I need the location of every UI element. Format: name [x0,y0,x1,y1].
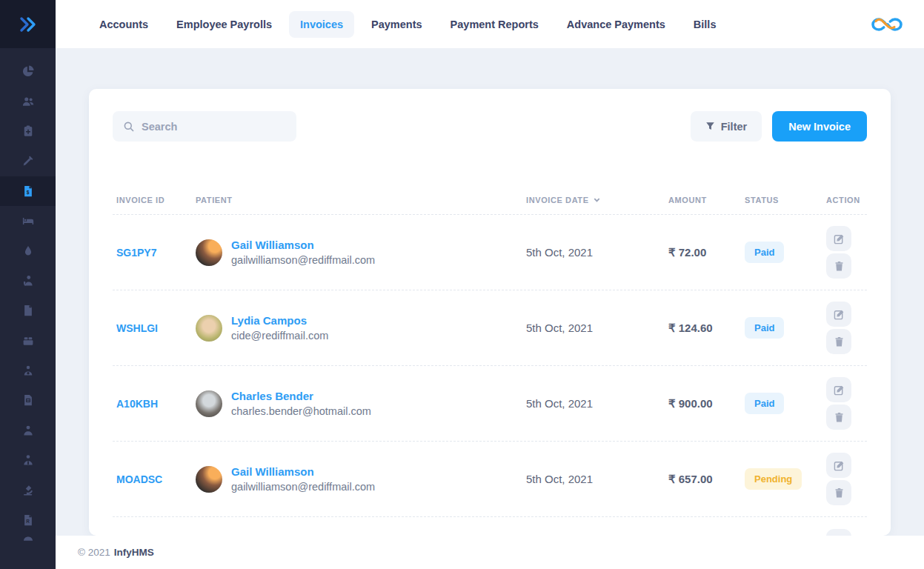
tab-bills[interactable]: Bills [682,11,728,38]
invoice-date: 5th Oct, 2021 [526,397,668,410]
brand-name: InfyHMS [114,547,154,558]
svg-text:R: R [26,519,30,524]
patient-avatar [196,315,222,342]
sidebar-item-blood-drop-icon[interactable] [0,236,56,265]
edit-pencil-icon [834,460,845,471]
card-toolbar: Filter New Invoice [113,89,867,142]
filter-button-label: Filter [721,121,747,133]
double-chevron-right-icon[interactable] [19,16,38,33]
edit-pencil-icon [834,309,845,320]
table-row: MOADSC Gail Williamson gailwilliamson@re… [113,442,867,517]
new-invoice-button[interactable]: New Invoice [772,111,867,142]
delete-button[interactable] [826,405,851,430]
sidebar-item-case-file-icon[interactable] [0,385,56,415]
sidebar-item-patient-badge-icon[interactable] [0,356,56,385]
patient-name-link[interactable]: Lydia Campos [231,314,328,327]
sidebar-item-microscope-icon[interactable] [0,475,56,505]
sidebar-item-clipped-bottom-icon[interactable] [0,535,56,545]
sidebar-item-prescription-file-icon[interactable]: R [0,505,56,535]
delete-button[interactable] [826,329,851,354]
sidebar-item-doctor-icon[interactable] [0,266,56,296]
chevron-down-icon [593,196,601,204]
status-badge: Paid [745,317,784,339]
top-navigation-bar: Accounts Employee Payrolls Invoices Paym… [56,0,924,48]
tab-advance-payments[interactable]: Advance Payments [556,11,677,38]
edit-pencil-icon [834,385,845,396]
patient-name-link[interactable]: Gail Williamson [231,239,375,251]
trash-icon [834,488,845,499]
delete-button[interactable] [826,480,851,505]
invoice-date: 5th Oct, 2021 [526,246,668,259]
sidebar-item-bed-double-icon[interactable] [0,326,56,356]
invoice-date: 5th Oct, 2021 [526,473,668,485]
patient-email: gailwilliamson@rediffmail.com [231,254,375,266]
patient-avatar [196,239,222,266]
tab-payments[interactable]: Payments [360,11,433,38]
table-row: SG1PY7 Gail Williamson gailwilliamson@re… [113,215,867,290]
infinity-logo[interactable] [868,12,905,37]
column-header-amount[interactable]: AMOUNT [668,196,745,204]
trash-icon [834,336,845,347]
invoice-id-link[interactable]: SG1PY7 [116,247,156,259]
tab-employee-payrolls[interactable]: Employee Payrolls [165,11,283,38]
status-badge: Paid [745,393,784,414]
content-area: Filter New Invoice INVOICE ID PATIENT IN… [56,48,924,536]
trash-icon [834,412,845,423]
status-badge: Paid [745,242,784,263]
search-input[interactable] [142,121,286,133]
search-icon [123,121,135,133]
patient-avatar [196,390,222,417]
sidebar-item-person-icon[interactable] [0,416,56,445]
svg-text:$: $ [26,190,29,196]
trash-icon [834,261,845,272]
patient-email: cide@rediffmail.com [231,330,328,342]
sidebar-item-syringe-icon[interactable] [0,146,56,176]
table-row-partial [113,517,867,534]
edit-button[interactable] [826,302,851,327]
edit-button[interactable] [826,529,851,536]
status-badge: Pending [745,468,802,490]
invoice-date: 5th Oct, 2021 [526,322,668,334]
invoice-amount: ₹ 900.00 [668,397,745,410]
sidebar-item-clipboard-plus-icon[interactable] [0,116,56,146]
invoice-id-link[interactable]: WSHLGI [116,322,158,334]
edit-button[interactable] [826,226,851,251]
sidebar-item-patients-icon[interactable] [0,86,56,116]
filter-funnel-icon [705,122,715,131]
sidebar-item-employee-icon[interactable] [0,445,56,475]
patient-email: charles.bender@hotmail.com [231,405,371,417]
tab-payment-reports[interactable]: Payment Reports [439,11,550,38]
column-header-action: ACTION [820,196,867,204]
tab-accounts[interactable]: Accounts [88,11,159,38]
sidebar-item-invoice-file-icon[interactable]: $ [0,176,56,206]
column-header-invoice-date[interactable]: INVOICE DATE [526,196,668,204]
invoice-amount: ₹ 124.60 [668,322,745,335]
main-area: Accounts Employee Payrolls Invoices Paym… [56,0,924,569]
column-header-invoice-id[interactable]: INVOICE ID [113,196,192,204]
sidebar-item-bed-icon[interactable] [0,206,56,236]
filter-button[interactable]: Filter [691,111,762,142]
copyright-text: © 2021 [78,547,110,558]
patient-email: gailwilliamson@rediffmail.com [231,481,375,493]
invoice-id-link[interactable]: A10KBH [116,398,158,410]
tab-invoices[interactable]: Invoices [289,11,354,38]
column-header-status[interactable]: STATUS [745,196,820,204]
sidebar-item-pie-chart-icon[interactable] [0,56,56,86]
sidebar-item-document-icon[interactable] [0,296,56,325]
nav-tabs: Accounts Employee Payrolls Invoices Paym… [88,11,868,38]
invoices-card: Filter New Invoice INVOICE ID PATIENT IN… [89,89,891,536]
column-header-patient[interactable]: PATIENT [192,196,526,204]
delete-button[interactable] [826,253,851,279]
patient-avatar [196,466,222,493]
edit-button[interactable] [826,453,851,478]
patient-name-link[interactable]: Gail Williamson [231,465,375,478]
search-box[interactable] [113,111,296,142]
toolbar-actions: Filter New Invoice [691,111,867,142]
edit-pencil-icon [834,233,845,244]
column-header-invoice-date-label: INVOICE DATE [526,196,589,204]
invoice-amount: ₹ 72.00 [668,246,745,259]
invoice-id-link[interactable]: MOADSC [116,473,162,485]
sidebar-header [0,0,56,48]
patient-name-link[interactable]: Charles Bender [231,390,371,402]
edit-button[interactable] [826,377,851,402]
